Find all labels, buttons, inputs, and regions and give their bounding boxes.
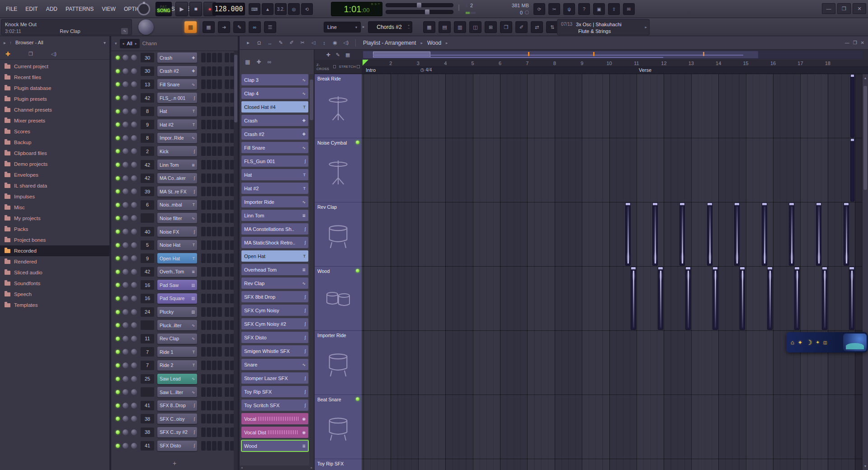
browser-item[interactable]: Plugin presets — [0, 94, 109, 104]
pan-knob[interactable] — [123, 255, 128, 261]
browser-item[interactable]: My projects — [0, 213, 109, 224]
step-cell[interactable] — [212, 53, 217, 62]
step-cell[interactable] — [207, 374, 211, 384]
step-cell[interactable] — [225, 120, 229, 129]
step-cell[interactable] — [217, 361, 222, 370]
pan-knob[interactable] — [123, 162, 128, 168]
blend-recording-icon[interactable]: ◎ — [288, 3, 300, 15]
step-cell[interactable] — [225, 80, 229, 89]
step-cell[interactable] — [212, 347, 217, 357]
channel-enable-led[interactable] — [116, 296, 120, 301]
channel-button[interactable]: Noise HatT — [157, 240, 197, 250]
main-volume-knob[interactable] — [138, 19, 154, 35]
step-cell[interactable] — [207, 414, 211, 423]
step-cell[interactable] — [225, 133, 229, 143]
channel-enable-led[interactable] — [116, 203, 120, 207]
step-cell[interactable] — [212, 387, 217, 397]
channel-rack-icon[interactable]: ▦ — [184, 21, 197, 33]
grid-icon[interactable]: ▦ — [345, 52, 350, 58]
clip-handle[interactable] — [740, 267, 745, 269]
step-cell[interactable] — [201, 227, 206, 236]
channel-enable-led[interactable] — [116, 82, 120, 86]
audio-clip[interactable] — [789, 202, 794, 266]
channel-button[interactable]: Kickʃ — [157, 146, 197, 156]
picker-item[interactable]: Closed Hat #4T — [241, 101, 308, 113]
volume-knob[interactable] — [131, 403, 137, 409]
audio-clip[interactable] — [734, 202, 740, 266]
browser-menu-icon[interactable]: ▾ — [104, 40, 106, 45]
picker-item[interactable]: Smigen Whistle SFXʃ — [241, 345, 308, 357]
pan-knob[interactable] — [123, 269, 128, 275]
mixer-icon[interactable]: ☰ — [264, 21, 276, 33]
clip-handle[interactable] — [844, 203, 849, 205]
step-cell[interactable] — [217, 200, 222, 210]
step-cell[interactable] — [225, 428, 229, 437]
mixer-track-number[interactable]: 38 — [141, 428, 154, 437]
marker-intro[interactable]: Intro — [364, 67, 376, 73]
scroll-left-icon[interactable]: ◂ — [241, 466, 243, 470]
link-icon[interactable]: ∞ — [267, 59, 271, 65]
step-cell[interactable] — [212, 133, 217, 143]
track-header[interactable]: Noise Cymbal — [315, 138, 362, 202]
step-cell[interactable] — [207, 80, 211, 89]
step-cell[interactable] — [201, 93, 206, 103]
track-lane[interactable] — [362, 395, 868, 459]
piano-roll-icon[interactable]: ✎ — [233, 21, 245, 33]
step-cell[interactable] — [225, 160, 229, 169]
clip-handle[interactable] — [658, 267, 663, 269]
browser-item[interactable]: Scores — [0, 126, 109, 137]
step-cell[interactable] — [217, 428, 222, 437]
timeline-ruler[interactable]: 23456789101112131415161718 Intro◷ 4/4Ver… — [362, 60, 868, 74]
mixer-track-number[interactable]: 8 — [141, 133, 154, 143]
mute-icon[interactable]: ◁ — [308, 38, 318, 47]
step-cell[interactable] — [212, 93, 217, 103]
clip-handle[interactable] — [851, 139, 854, 141]
picker-item[interactable]: Vocal◉ — [241, 413, 308, 424]
pattern-nav-icon[interactable]: ▸ — [363, 24, 365, 29]
mixer-track-number[interactable]: 8 — [141, 107, 154, 116]
channel-enable-led[interactable] — [116, 377, 120, 381]
view-split-icon[interactable]: ◫ — [469, 21, 481, 33]
channel-button[interactable]: SFX 8..Dropʃ — [157, 400, 197, 411]
step-cell[interactable] — [207, 267, 211, 277]
step-cell[interactable] — [225, 200, 229, 210]
stretch-checkbox[interactable] — [357, 65, 360, 68]
slip-icon[interactable]: ↕ — [319, 38, 329, 47]
timesig-marker[interactable]: ◷ 4/4 — [419, 67, 432, 72]
step-cell[interactable] — [201, 254, 206, 263]
step-cell[interactable] — [225, 414, 229, 423]
step-cell[interactable] — [212, 174, 217, 183]
mixer-track-number[interactable]: 30 — [141, 53, 154, 62]
menu-edit[interactable]: EDIT — [21, 6, 42, 12]
step-cell[interactable] — [217, 146, 222, 156]
channel-button[interactable]: SFX Distoʃ — [157, 441, 197, 451]
maximize-button[interactable]: ❐ — [837, 3, 851, 14]
master-volume-slider[interactable] — [386, 10, 453, 14]
picker-item[interactable]: Linn Tom≣ — [241, 210, 308, 221]
picker-item[interactable]: Overhead Tom≣ — [241, 264, 308, 275]
pan-knob[interactable] — [123, 148, 128, 154]
step-cell[interactable] — [207, 294, 211, 303]
channel-enable-led[interactable] — [116, 122, 120, 127]
step-cell[interactable] — [217, 160, 222, 169]
time-display[interactable]: 1:01 :00 B:S:T — [331, 2, 382, 16]
clip-handle[interactable] — [789, 203, 794, 205]
step-cell[interactable] — [207, 200, 211, 210]
step-cell[interactable] — [225, 213, 229, 223]
channel-enable-led[interactable] — [116, 390, 120, 394]
step-cell[interactable] — [201, 428, 206, 437]
step-cell[interactable] — [201, 374, 206, 384]
volume-knob[interactable] — [131, 215, 137, 221]
pan-knob[interactable] — [123, 282, 128, 288]
step-cell[interactable] — [212, 66, 217, 76]
step-cell[interactable] — [225, 53, 229, 62]
step-cell[interactable] — [207, 401, 211, 410]
slide-icon[interactable]: ↔ — [265, 38, 275, 47]
volume-knob[interactable] — [131, 349, 137, 355]
audio-clip[interactable] — [625, 202, 631, 266]
channel-enable-led[interactable] — [116, 350, 120, 354]
volume-knob[interactable] — [131, 135, 137, 141]
step-cell[interactable] — [207, 174, 211, 183]
picker-item[interactable]: Hat #2T — [241, 183, 308, 194]
picker-item[interactable]: Rev Clap∿ — [241, 277, 308, 289]
